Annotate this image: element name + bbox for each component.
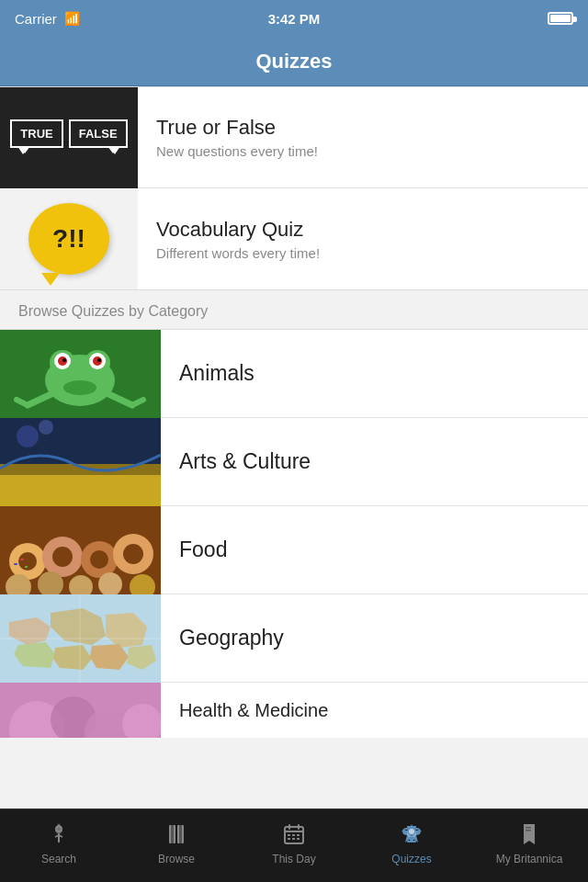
animals-visual xyxy=(0,330,161,418)
search-icon xyxy=(47,822,71,849)
thisday-icon xyxy=(282,822,306,849)
browse-icon xyxy=(164,822,188,849)
arts-name: Arts & Culture xyxy=(161,449,329,474)
tab-search-label: Search xyxy=(41,853,76,865)
geography-visual xyxy=(0,594,161,683)
carrier-label: Carrier xyxy=(15,11,57,27)
food-svg xyxy=(0,506,161,594)
category-animals[interactable]: Animals xyxy=(0,330,588,418)
category-arts[interactable]: Arts & Culture xyxy=(0,418,588,506)
svg-rect-35 xyxy=(20,559,24,560)
svg-rect-53 xyxy=(171,825,174,843)
vocabulary-quiz-item[interactable]: ?!! Vocabulary Quiz Different words ever… xyxy=(0,188,588,289)
category-geography[interactable]: Geography xyxy=(0,594,588,683)
vocab-subtitle: Different words every time! xyxy=(156,245,570,261)
battery-icon xyxy=(548,12,573,25)
tab-mybritannica[interactable]: My Britannica xyxy=(470,809,588,882)
quiz-items-section: TRUE FALSE True or False New questions e… xyxy=(0,86,588,290)
true-false-subtitle: New questions every time! xyxy=(156,143,570,159)
browse-section: Browse Quizzes by Category xyxy=(0,290,588,738)
nav-bar: Quizzes xyxy=(0,37,588,86)
geography-name: Geography xyxy=(161,626,302,650)
tab-thisday-label: This Day xyxy=(272,853,315,865)
svg-point-10 xyxy=(63,380,96,395)
wifi-icon: 📶 xyxy=(64,11,80,26)
frog-svg xyxy=(0,330,161,418)
tab-browse[interactable]: Browse xyxy=(118,809,235,882)
food-name: Food xyxy=(161,537,245,562)
category-food[interactable]: Food xyxy=(0,506,588,594)
true-false-text: True or False New questions every time! xyxy=(138,116,588,159)
svg-rect-60 xyxy=(292,834,295,836)
geography-svg xyxy=(0,594,161,683)
svg-rect-36 xyxy=(14,563,17,565)
vocab-text: Vocabulary Quiz Different words every ti… xyxy=(138,218,588,261)
health-image xyxy=(0,683,161,738)
svg-rect-61 xyxy=(297,834,300,836)
svg-rect-37 xyxy=(25,566,28,568)
geography-image xyxy=(0,594,161,683)
vocab-visual: ?!! xyxy=(0,188,138,289)
nav-title: Quizzes xyxy=(255,50,332,74)
battery-fill xyxy=(550,15,571,22)
tab-quizzes[interactable]: Quizzes xyxy=(353,809,470,882)
tab-quizzes-label: Quizzes xyxy=(391,853,431,865)
vocab-image: ?!! xyxy=(0,188,138,289)
animals-name: Animals xyxy=(161,361,273,386)
quizzes-icon xyxy=(400,822,424,849)
svg-point-25 xyxy=(52,547,73,567)
svg-point-18 xyxy=(17,425,39,447)
animals-image xyxy=(0,330,161,418)
svg-rect-69 xyxy=(526,827,531,829)
status-bar-left: Carrier 📶 xyxy=(15,11,80,27)
tab-thisday[interactable]: This Day xyxy=(235,809,353,882)
tab-bar: Search Browse xyxy=(0,808,588,882)
status-bar-time: 3:42 PM xyxy=(268,11,321,27)
svg-rect-66 xyxy=(410,837,413,841)
food-image xyxy=(0,506,161,594)
content: TRUE FALSE True or False New questions e… xyxy=(0,86,588,808)
true-false-image: TRUE FALSE xyxy=(0,87,138,188)
svg-point-19 xyxy=(39,420,53,435)
true-or-false-item[interactable]: TRUE FALSE True or False New questions e… xyxy=(0,87,588,188)
health-visual xyxy=(0,683,161,738)
svg-rect-63 xyxy=(292,838,295,840)
arts-visual xyxy=(0,418,161,506)
health-name: Health & Medicine xyxy=(161,700,346,721)
svg-point-9 xyxy=(97,358,101,362)
arts-svg xyxy=(0,418,161,506)
svg-rect-59 xyxy=(288,834,290,836)
category-list: Animals Arts & xyxy=(0,329,588,738)
true-false-visual: TRUE FALSE xyxy=(0,87,138,188)
vocab-bubble: ?!! xyxy=(28,203,109,275)
svg-point-8 xyxy=(62,358,66,362)
false-bubble: FALSE xyxy=(69,119,128,148)
health-svg xyxy=(0,683,161,738)
status-bar: Carrier 📶 3:42 PM xyxy=(0,0,588,37)
browse-header: Browse Quizzes by Category xyxy=(0,290,588,329)
tab-search[interactable]: Search xyxy=(0,809,118,882)
mybritannica-icon xyxy=(517,822,541,849)
vocab-title: Vocabulary Quiz xyxy=(156,218,570,242)
status-bar-right xyxy=(548,12,573,25)
svg-point-29 xyxy=(123,544,143,564)
food-visual xyxy=(0,506,161,594)
svg-rect-54 xyxy=(179,825,182,843)
true-false-title: True or False xyxy=(156,116,570,140)
tab-mybritannica-label: My Britannica xyxy=(496,853,563,865)
svg-point-27 xyxy=(90,550,108,569)
arts-image xyxy=(0,418,161,506)
svg-rect-70 xyxy=(526,830,531,831)
svg-rect-64 xyxy=(297,838,300,840)
vocab-symbol: ?!! xyxy=(52,224,85,254)
svg-rect-62 xyxy=(288,838,290,840)
tab-browse-label: Browse xyxy=(158,853,195,865)
svg-point-68 xyxy=(409,829,414,834)
category-health[interactable]: Health & Medicine xyxy=(0,683,588,738)
true-bubble: TRUE xyxy=(10,119,62,148)
svg-rect-67 xyxy=(407,841,416,842)
